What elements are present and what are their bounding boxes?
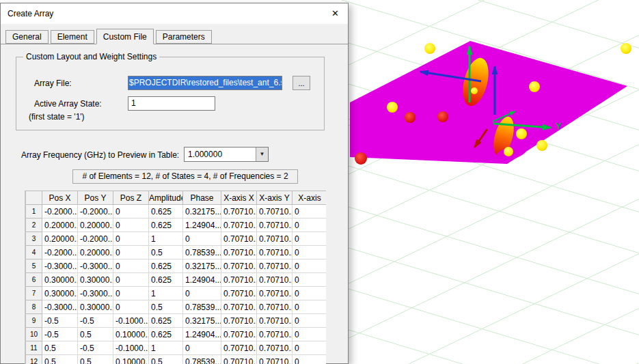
cell-xaxis-z[interactable]: 0 xyxy=(293,232,327,246)
cell-pos-y[interactable]: 0.5 xyxy=(78,328,113,341)
cell-pos-x[interactable]: 0.20000... xyxy=(42,232,78,246)
cell-xaxis-z[interactable]: 0 xyxy=(293,287,327,300)
cell-phase[interactable]: 0.78539... xyxy=(183,355,221,364)
cell-amplitude[interactable]: 0.625 xyxy=(149,260,183,273)
row-number[interactable]: 5 xyxy=(26,260,42,273)
cell-xaxis-z[interactable]: 0 xyxy=(293,219,327,232)
yellow-sphere[interactable] xyxy=(536,140,547,151)
yellow-sphere[interactable] xyxy=(621,43,631,54)
cell-pos-z[interactable]: 0 xyxy=(113,232,149,246)
cell-xaxis-z[interactable]: 0 xyxy=(293,205,327,219)
cell-phase[interactable]: 0.78539... xyxy=(183,246,221,260)
cell-xaxis-x[interactable]: 0.70710... xyxy=(221,355,257,364)
cell-xaxis-x[interactable]: 0.70710... xyxy=(221,328,257,341)
cell-xaxis-z[interactable]: 0 xyxy=(293,260,327,273)
cell-phase[interactable]: 0.32175... xyxy=(183,314,221,328)
cell-pos-x[interactable]: -0.5 xyxy=(42,328,78,341)
cell-amplitude[interactable]: 0.5 xyxy=(149,300,183,314)
dialog-titlebar[interactable]: Create Array ✕ xyxy=(1,3,348,24)
chevron-down-icon[interactable]: ▼ xyxy=(256,148,268,161)
cell-amplitude[interactable]: 1 xyxy=(149,287,183,300)
cell-pos-x[interactable]: -0.2000... xyxy=(42,246,78,260)
cell-pos-y[interactable]: -0.3000... xyxy=(78,287,113,300)
cell-xaxis-y[interactable]: 0.70710... xyxy=(257,300,293,314)
cell-pos-y[interactable]: 0.20000... xyxy=(78,219,113,232)
cell-amplitude[interactable]: 0.625 xyxy=(149,273,183,287)
yellow-sphere[interactable] xyxy=(529,81,540,92)
cell-pos-x[interactable]: -0.5 xyxy=(42,314,78,328)
active-state-input[interactable]: 1 xyxy=(128,96,215,111)
cell-pos-z[interactable]: 0 xyxy=(113,219,149,232)
cell-phase[interactable]: 0.32175... xyxy=(183,260,221,273)
cell-pos-x[interactable]: -0.3000... xyxy=(42,260,78,273)
cell-phase[interactable]: 0 xyxy=(183,341,221,355)
row-number[interactable]: 7 xyxy=(26,287,42,300)
red-sphere[interactable] xyxy=(355,152,367,165)
cell-xaxis-x[interactable]: 0.70710... xyxy=(221,287,257,300)
cell-pos-x[interactable]: 0.5 xyxy=(42,355,78,364)
array-preview-table[interactable]: Pos XPos YPos ZAmplitudePhaseX-axis XX-a… xyxy=(25,191,326,364)
cell-pos-z[interactable]: -0.1000... xyxy=(113,314,149,328)
cell-phase[interactable]: 1.24904... xyxy=(183,219,221,232)
cell-pos-z[interactable]: 0.10000... xyxy=(113,328,149,341)
cell-xaxis-z[interactable]: 0 xyxy=(293,355,327,364)
cell-amplitude[interactable]: 0.625 xyxy=(149,219,183,232)
cell-phase[interactable]: 1.24904... xyxy=(183,328,221,341)
tab-element[interactable]: Element xyxy=(51,30,94,44)
cell-pos-z[interactable]: 0 xyxy=(113,246,149,260)
tab-parameters[interactable]: Parameters xyxy=(156,30,212,44)
cell-pos-y[interactable]: -0.5 xyxy=(78,314,113,328)
cell-pos-z[interactable]: -0.1000... xyxy=(113,341,149,355)
cell-pos-z[interactable]: 0 xyxy=(113,205,149,219)
cell-amplitude[interactable]: 0.625 xyxy=(149,205,183,219)
cell-pos-z[interactable]: 0 xyxy=(113,273,149,287)
cell-xaxis-z[interactable]: 0 xyxy=(293,273,327,287)
array-file-input[interactable]: $PROJECTDIR\restored_files\test_ant_6.sa… xyxy=(128,76,282,90)
frequency-select[interactable]: 1.000000 ▼ xyxy=(184,147,269,162)
cell-pos-y[interactable]: 0.20000... xyxy=(78,246,113,260)
cell-xaxis-x[interactable]: 0.70710... xyxy=(221,260,257,273)
row-number[interactable]: 4 xyxy=(26,246,42,260)
cell-pos-y[interactable]: 0.30000... xyxy=(78,273,113,287)
cell-amplitude[interactable]: 0.625 xyxy=(149,314,183,328)
cell-pos-z[interactable]: 0 xyxy=(113,300,149,314)
cell-phase[interactable]: 0 xyxy=(183,287,221,300)
cell-pos-y[interactable]: 0.5 xyxy=(78,355,113,364)
cell-pos-y[interactable]: -0.3000... xyxy=(78,260,113,273)
cell-phase[interactable]: 0.32175... xyxy=(183,205,221,219)
cell-pos-x[interactable]: 0.20000... xyxy=(42,219,78,232)
row-number[interactable]: 9 xyxy=(26,314,42,328)
cell-pos-x[interactable]: -0.2000... xyxy=(42,205,78,219)
browse-button[interactable]: ... xyxy=(293,76,310,90)
row-number[interactable]: 2 xyxy=(26,219,42,232)
cell-pos-y[interactable]: -0.2000... xyxy=(78,232,113,246)
cell-xaxis-y[interactable]: 0.70710... xyxy=(257,314,293,328)
cell-phase[interactable]: 0 xyxy=(183,232,221,246)
cell-xaxis-y[interactable]: 0.70710... xyxy=(257,287,293,300)
cell-xaxis-x[interactable]: 0.70710... xyxy=(221,341,257,355)
row-number[interactable]: 1 xyxy=(26,205,42,219)
row-number[interactable]: 3 xyxy=(26,232,42,246)
cell-pos-x[interactable]: 0.5 xyxy=(42,341,78,355)
cell-phase[interactable]: 0.78539... xyxy=(183,300,221,314)
cell-pos-x[interactable]: -0.3000... xyxy=(42,300,78,314)
cell-xaxis-y[interactable]: 0.70710... xyxy=(257,246,293,260)
cell-xaxis-y[interactable]: 0.70710... xyxy=(257,205,293,219)
cell-xaxis-z[interactable]: 0 xyxy=(293,246,327,260)
cell-xaxis-x[interactable]: 0.70710... xyxy=(221,219,257,232)
tab-custom-file[interactable]: Custom File xyxy=(96,29,154,44)
yellow-sphere[interactable] xyxy=(471,87,478,94)
cell-xaxis-y[interactable]: 0.70710... xyxy=(257,260,293,273)
cell-xaxis-z[interactable]: 0 xyxy=(293,328,327,341)
close-icon[interactable]: ✕ xyxy=(331,8,339,18)
cell-pos-z[interactable]: 0.10000... xyxy=(113,355,149,364)
cell-amplitude[interactable]: 0.5 xyxy=(149,246,183,260)
cell-amplitude[interactable]: 1 xyxy=(149,232,183,246)
row-number[interactable]: 10 xyxy=(26,328,42,341)
cell-xaxis-y[interactable]: 0.70710... xyxy=(257,328,293,341)
cell-xaxis-x[interactable]: 0.70710... xyxy=(221,300,257,314)
cell-amplitude[interactable]: 0.625 xyxy=(149,328,183,341)
cell-amplitude[interactable]: 1 xyxy=(149,341,183,355)
cell-xaxis-x[interactable]: 0.70710... xyxy=(221,273,257,287)
yellow-sphere[interactable] xyxy=(516,128,527,139)
